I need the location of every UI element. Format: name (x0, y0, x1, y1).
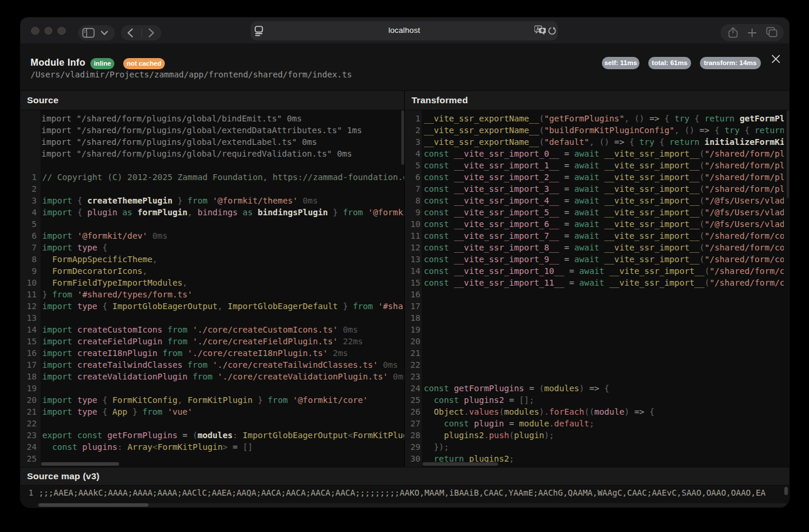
token-red: forEach (549, 407, 584, 416)
line-number: 27 (405, 418, 421, 429)
token-khaki: __vite_ssr_import__ (599, 149, 699, 158)
token-gry: ( (699, 243, 705, 252)
code-line: 20 (405, 336, 784, 347)
transformed-horizontal-scrollbar[interactable] (422, 462, 498, 466)
token-kw: import (42, 407, 72, 416)
token-wht: formPlugin (137, 208, 187, 217)
token-rose: bindings (198, 208, 238, 217)
sourcemap-vertical-scrollbar[interactable] (784, 487, 788, 495)
token-khaki: __vite_ssr_exportName__ (424, 114, 539, 123)
token-red: values (469, 407, 499, 416)
source-vertical-scrollbar[interactable] (401, 110, 404, 165)
forward-button[interactable] (148, 28, 155, 38)
token-gry: , (178, 395, 188, 405)
token-kw: from (353, 301, 373, 311)
token-khaki: __vite_ssr_import__ (599, 184, 699, 194)
token-khaki: __vite_ssr_exportName__ (424, 137, 539, 147)
code-line: 28 plugins2.push(plugin); (405, 429, 784, 441)
code-line: 6const __vite_ssr_import_2__ = await __v… (405, 171, 784, 183)
toolbar-right-group (720, 24, 784, 41)
module-info-header: Module Info inline not cached self: 11ms… (21, 43, 789, 90)
token-khaki: Array (127, 442, 153, 452)
line-number: 15 (21, 336, 37, 347)
sourcemap-header: Source map (v3) (21, 467, 789, 486)
token-gry: { (689, 114, 705, 123)
window-close-button[interactable] (31, 27, 39, 35)
chevron-down-icon[interactable] (100, 31, 109, 36)
code-line: 18 (405, 312, 784, 324)
reload-icon[interactable] (547, 26, 557, 36)
token-gry: { (629, 137, 639, 147)
line-number: 28 (405, 429, 421, 441)
window-zoom-button[interactable] (57, 27, 66, 35)
code-line: 11const __vite_ssr_import_7__ = await __… (405, 230, 784, 242)
code-line: 18import createValidationPlugin from './… (21, 371, 404, 382)
code-line: 22 (21, 418, 404, 429)
transformed-vertical-scrollbar[interactable] (787, 110, 790, 198)
token-khaki: __vite_ssr_import__ (604, 278, 705, 287)
perf-badge-total: total: 61ms (648, 57, 691, 69)
code-line: 2 (21, 183, 404, 195)
token-khaki: __vite_ssr_import__ (604, 266, 705, 276)
token-gry: { (97, 395, 113, 405)
token-op: => (699, 126, 715, 135)
line-number: 24 (405, 382, 421, 394)
code-line: 10 FormFieldTypeImportModules, (21, 277, 404, 289)
translate-icon[interactable] (534, 25, 546, 36)
code-line: 27 const plugin = module.default; (405, 418, 784, 429)
transformed-code-panel[interactable]: 1__vite_ssr_exportName__("getFormPlugins… (405, 110, 789, 467)
token-gry: { (97, 243, 107, 252)
token-str: "/shared/form/plugins/global/extendLabel… (705, 172, 784, 182)
source-code-panel[interactable]: import "/shared/form/plugins/global/bind… (21, 110, 404, 467)
token-str: '@formkit/core' (287, 395, 368, 405)
line-number: 14 (405, 265, 421, 277)
token-rose: plugins (77, 442, 117, 452)
window-minimize-button[interactable] (45, 27, 53, 35)
line-number: 14 (21, 324, 37, 336)
token-kw: const (424, 278, 449, 287)
code-line: 4import { plugin as formPlugin, bindings… (21, 206, 404, 218)
page-title: Module Info (31, 57, 86, 68)
share-icon[interactable] (728, 27, 738, 38)
line-number: 26 (405, 406, 421, 418)
tab-overview-icon[interactable] (766, 27, 777, 38)
code-line: 25 const plugins2 = []; (405, 394, 784, 406)
code-line: 9const __vite_ssr_import_5__ = await __v… (405, 206, 784, 218)
line-number: 10 (21, 277, 37, 289)
token-str: "/@fs/Users/vladimir/Projects/zammad/nod… (705, 219, 784, 229)
source-panel-title: Source (27, 95, 59, 106)
url-bar[interactable]: localhost (251, 21, 558, 40)
token-gry: { (665, 114, 675, 123)
source-horizontal-scrollbar[interactable] (41, 462, 120, 466)
line-number: 13 (405, 253, 421, 265)
token-kw: from (157, 348, 182, 358)
token-kw: from (268, 395, 287, 405)
token-kw: import (42, 243, 72, 252)
token-khaki: __vite_ssr_exportName__ (424, 126, 539, 135)
token-op: = (559, 208, 574, 217)
line-number: 21 (405, 347, 421, 359)
token-op: = (564, 266, 580, 276)
line-number: 2 (21, 183, 37, 195)
code-line: 15const __vite_ssr_import_11__ = await _… (405, 277, 784, 289)
token-op: = (559, 184, 574, 194)
back-button[interactable] (127, 28, 134, 38)
code-line: 21import type { App } from 'vue' (21, 406, 404, 418)
token-kw: from (188, 196, 208, 205)
new-tab-icon[interactable] (747, 28, 757, 38)
token-khaki: plugins2 (424, 431, 485, 440)
token-str: '@formkit/themes' (208, 196, 298, 205)
token-gry: ) (624, 407, 634, 416)
token-khaki: __vite_ssr_import__ (599, 196, 699, 205)
token-rose: __vite_ssr_import_6__ (449, 219, 559, 229)
sidebar-icon[interactable] (82, 28, 95, 38)
token-tm: 0ms (338, 325, 358, 334)
sidebar-toggle-group[interactable] (78, 25, 115, 40)
sourcemap-mappings: ;;;AAEA;AAAkC;AAAA;AAAA;AAAA;AAClC;AAEA;… (39, 488, 766, 497)
code-line: 2__vite_ssr_exportName__("buildFormKitPl… (405, 124, 784, 136)
close-icon[interactable] (771, 55, 780, 63)
token-rose: createValidationPlugin (72, 372, 187, 381)
sourcemap-horizontal-scrollbar[interactable] (39, 503, 148, 507)
token-tm: 0ms (378, 360, 398, 370)
token-op: = (559, 196, 574, 205)
